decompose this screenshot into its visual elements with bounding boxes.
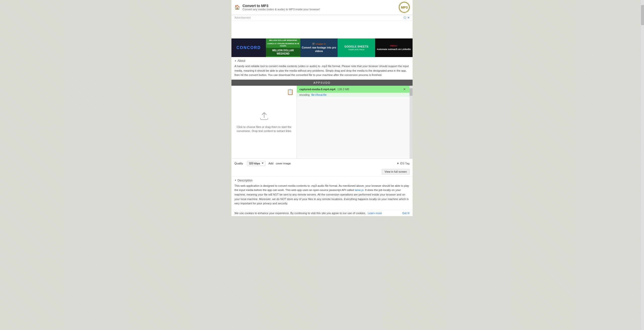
view-fullscreen-button[interactable]: View in full screen	[382, 169, 410, 174]
ad-info-button[interactable]: ⓘ	[404, 16, 406, 20]
ad-thumb-gsheets[interactable]: GOOGLE SHEETS TEMPLATE PACK	[338, 38, 375, 57]
ad-controls: ⓘ ✕	[404, 16, 410, 20]
concord-text: CONCORD	[236, 45, 261, 50]
lame-js-link[interactable]: lame.js	[355, 188, 364, 192]
ad-thumbnails-row: CONCORD MILLION DOLLAR WEEKEND LAUNCH A …	[231, 38, 413, 57]
description-toggle-icon: ▼	[234, 179, 236, 181]
page-scrollbar-thumb	[641, 5, 644, 25]
home-icon[interactable]: 🏠	[234, 5, 240, 10]
header-text: Convert to MP3 Convert any media (video …	[243, 4, 320, 11]
converter-area: 📋 Click to choose files or drag them to …	[231, 86, 413, 159]
quality-label: Quality	[234, 162, 243, 165]
description-label: Description	[237, 179, 253, 182]
clipboard-icon: 📋	[287, 89, 294, 95]
description-header[interactable]: ▼ Description	[234, 179, 410, 182]
cookie-text: We use cookies to enhance your experienc…	[234, 212, 382, 215]
scroll-thumb	[410, 88, 413, 96]
cover-image-label: cover image	[276, 162, 291, 165]
file-size: 138.3 MB	[337, 88, 349, 91]
ad-thumb-vmaker[interactable]: 🎬 Vmaker AI Convert raw footage into pro…	[300, 38, 338, 57]
file-panel: captured-media-0.mp4.mp4 138.3 MB ✕ enco…	[297, 86, 410, 159]
id3-tag-button[interactable]: ▼ ID3 Tag	[396, 162, 410, 165]
description-text-1: This web application is designed to conv…	[234, 184, 410, 206]
encoding-label: encoding	[299, 93, 310, 96]
ad-close-button[interactable]: ✕	[407, 16, 410, 19]
cookie-learn-more-link[interactable]: Learn more	[368, 212, 382, 215]
advertisement-bar: Advertisement ⓘ ✕	[231, 15, 413, 21]
cookie-bar: We use cookies to enhance your experienc…	[231, 210, 413, 216]
main-content: ▼ About A handy and reliable tool to con…	[231, 57, 413, 216]
about-toggle-icon: ▼	[234, 60, 236, 62]
panel-scrollbar[interactable]	[410, 86, 413, 159]
million-text: MILLION DOLLAR WEEKEND LAUNCH A 7-FIGURE…	[266, 39, 300, 56]
id3-tag-label: ID3 Tag	[400, 162, 410, 165]
app-subtitle: Convert any media (video & audio) to MP3…	[243, 8, 320, 11]
ad-thumb-concord[interactable]: CONCORD	[231, 38, 266, 57]
bottom-controls: Quality 320 kbps 256 kbps 192 kbps 128 k…	[231, 159, 413, 168]
add-label: Add	[268, 162, 273, 165]
file-content-area	[297, 97, 410, 159]
appsudo-text: APPSUDO	[313, 81, 331, 84]
file-name: captured-media-0.mp4.mp4	[299, 88, 335, 91]
file-info-bar: captured-media-0.mp4.mp4 138.3 MB ✕	[297, 86, 410, 93]
about-section: ▼ About A handy and reliable tool to con…	[231, 57, 413, 80]
gsheets-content: GOOGLE SHEETS TEMPLATE PACK	[344, 45, 368, 51]
vmaker-content: 🎬 Vmaker AI Convert raw footage into pro…	[302, 43, 336, 53]
encoding-row: encoding file:///local-file	[297, 93, 410, 97]
drop-zone[interactable]: 📋 Click to choose files or drag them to …	[231, 86, 297, 159]
file-info-left: captured-media-0.mp4.mp4 138.3 MB	[299, 88, 349, 91]
quality-select[interactable]: 320 kbps 256 kbps 192 kbps 128 kbps 64 k…	[247, 161, 265, 166]
id3-toggle-icon: ▼	[396, 162, 399, 165]
app-header: 🏠 Convert to MP3 Convert any media (vide…	[231, 0, 413, 15]
drop-text: Click to choose files or drag them to st…	[236, 125, 292, 133]
appsudo-bar: APPSUDO	[231, 80, 413, 86]
ad-banner	[231, 21, 413, 38]
add-cover-button[interactable]: Add cover image	[268, 162, 291, 165]
page-scrollbar[interactable]	[641, 0, 644, 330]
encoding-link[interactable]: file:///local-file	[311, 93, 327, 96]
about-text: A handy and reliable tool to convert med…	[234, 64, 410, 77]
got-it-button[interactable]: Got it!	[402, 212, 410, 215]
app-title: Convert to MP3	[243, 4, 320, 8]
ad-thumb-automate[interactable]: PERIO× Automate outreach on LinkedIn	[375, 38, 413, 57]
close-file-button[interactable]: ✕	[402, 87, 407, 91]
header-left: 🏠 Convert to MP3 Convert any media (vide…	[234, 4, 320, 11]
mp3-label: MP3	[401, 6, 408, 9]
about-label: About	[237, 59, 245, 63]
about-header[interactable]: ▼ About	[234, 59, 410, 63]
automate-content: PERIO× Automate outreach on LinkedIn	[377, 45, 411, 51]
description-section: ▼ Description This web application is de…	[231, 176, 413, 210]
ad-label: Advertisement	[234, 16, 251, 19]
view-fullscreen-row: View in full screen	[231, 168, 413, 176]
mp3-logo: MP3	[399, 2, 410, 13]
upload-icon	[259, 111, 269, 122]
ad-thumb-million[interactable]: MILLION DOLLAR WEEKEND LAUNCH A 7-FIGURE…	[266, 38, 300, 57]
